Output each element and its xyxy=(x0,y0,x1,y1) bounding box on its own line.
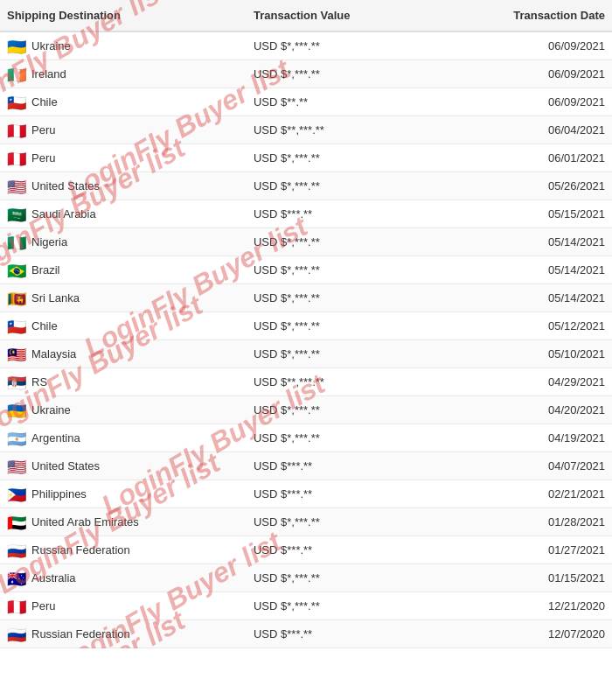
country-cell: 🇧🇷Brazil xyxy=(0,256,247,284)
transaction-date-cell: 05/12/2021 xyxy=(434,312,612,340)
transaction-date-cell: 12/21/2020 xyxy=(434,592,612,620)
transaction-value-cell: USD $*,***.** xyxy=(247,312,434,340)
table-container: Shipping Destination Transaction Value T… xyxy=(0,0,612,648)
table-row: 🇵🇪PeruUSD $**,***.**06/04/2021 xyxy=(0,116,612,144)
transaction-value-cell: USD $*,***.** xyxy=(247,340,434,368)
transaction-date-cell: 01/28/2021 xyxy=(434,508,612,536)
transaction-date-cell: 06/04/2021 xyxy=(434,116,612,144)
transaction-value-cell: USD $*,***.** xyxy=(247,564,434,592)
flag-icon: 🇦🇺 xyxy=(7,571,26,584)
transaction-value-cell: USD $***.** xyxy=(247,452,434,480)
country-cell: 🇷🇺Russian Federation xyxy=(0,620,247,648)
transaction-date-cell: 02/21/2021 xyxy=(434,480,612,508)
country-cell: 🇷🇸RS xyxy=(0,368,247,396)
country-name: Peru xyxy=(31,123,55,136)
transaction-date-cell: 05/26/2021 xyxy=(434,172,612,200)
transaction-value-cell: USD $*,***.** xyxy=(247,32,434,60)
transaction-date-cell: 06/01/2021 xyxy=(434,144,612,172)
table-row: 🇵🇪PeruUSD $*,***.**12/21/2020 xyxy=(0,592,612,620)
transaction-value-cell: USD $**.** xyxy=(247,88,434,116)
table-row: 🇧🇷BrazilUSD $*,***.**05/14/2021 xyxy=(0,256,612,284)
transaction-value-cell: USD $***.** xyxy=(247,536,434,564)
table-row: 🇷🇺Russian FederationUSD $***.**12/07/202… xyxy=(0,620,612,648)
flag-icon: 🇵🇪 xyxy=(7,123,26,136)
transaction-value-cell: USD $*,***.** xyxy=(247,60,434,88)
country-name: Chile xyxy=(31,319,58,332)
transaction-value-cell: USD $***.** xyxy=(247,200,434,228)
country-name: Argentina xyxy=(31,431,80,444)
table-row: 🇺🇦UkraineUSD $*,***.**06/09/2021 xyxy=(0,32,612,60)
country-name: Peru xyxy=(31,151,55,164)
country-name: Ireland xyxy=(31,67,66,80)
transaction-value-cell: USD $**,***.** xyxy=(247,368,434,396)
transaction-date-cell: 04/29/2021 xyxy=(434,368,612,396)
transaction-date-cell: 06/09/2021 xyxy=(434,32,612,60)
flag-icon: 🇦🇪 xyxy=(7,515,26,528)
country-cell: 🇺🇦Ukraine xyxy=(0,32,247,60)
flag-icon: 🇦🇷 xyxy=(7,431,26,444)
country-name: RS xyxy=(31,375,47,388)
transaction-date-cell: 05/14/2021 xyxy=(434,228,612,256)
flag-icon: 🇷🇺 xyxy=(7,627,26,640)
transaction-value-cell: USD $*,***.** xyxy=(247,508,434,536)
country-name: Saudi Arabia xyxy=(31,207,96,220)
transaction-value-cell: USD $***.** xyxy=(247,480,434,508)
country-name: Ukraine xyxy=(31,39,71,52)
table-row: 🇱🇰Sri LankaUSD $*,***.**05/14/2021 xyxy=(0,284,612,312)
flag-icon: 🇧🇷 xyxy=(7,263,26,276)
country-cell: 🇵🇪Peru xyxy=(0,116,247,144)
flag-icon: 🇵🇪 xyxy=(7,599,26,612)
transaction-date-cell: 12/07/2020 xyxy=(434,620,612,648)
table-row: 🇳🇬NigeriaUSD $*,***.**05/14/2021 xyxy=(0,228,612,256)
transaction-date-cell: 06/09/2021 xyxy=(434,88,612,116)
country-name: Ukraine xyxy=(31,403,71,416)
flag-icon: 🇺🇸 xyxy=(7,459,26,472)
header-transaction-date: Transaction Date xyxy=(434,0,612,32)
transaction-value-cell: USD $*,***.** xyxy=(247,144,434,172)
table-row: 🇺🇦UkraineUSD $*,***.**04/20/2021 xyxy=(0,396,612,424)
flag-icon: 🇲🇾 xyxy=(7,347,26,360)
flag-icon: 🇺🇦 xyxy=(7,403,26,416)
table-row: 🇵🇪PeruUSD $*,***.**06/01/2021 xyxy=(0,144,612,172)
flag-icon: 🇵🇪 xyxy=(7,151,26,164)
country-name: United States xyxy=(31,179,100,192)
country-cell: 🇺🇸United States xyxy=(0,452,247,480)
transaction-date-cell: 05/14/2021 xyxy=(434,284,612,312)
country-cell: 🇵🇭Philippines xyxy=(0,480,247,508)
country-name: Philippines xyxy=(31,487,87,500)
country-name: Brazil xyxy=(31,263,60,276)
table-row: 🇨🇱ChileUSD $*,***.**05/12/2021 xyxy=(0,312,612,340)
transaction-date-cell: 01/27/2021 xyxy=(434,536,612,564)
transaction-value-cell: USD $*,***.** xyxy=(247,424,434,452)
transactions-table: Shipping Destination Transaction Value T… xyxy=(0,0,612,648)
country-name: Russian Federation xyxy=(31,627,130,640)
transaction-value-cell: USD $*,***.** xyxy=(247,172,434,200)
table-row: 🇷🇸RSUSD $**,***.**04/29/2021 xyxy=(0,368,612,396)
country-cell: 🇦🇪United Arab Emirates xyxy=(0,508,247,536)
country-name: Peru xyxy=(31,599,55,612)
transaction-date-cell: 06/09/2021 xyxy=(434,60,612,88)
flag-icon: 🇨🇱 xyxy=(7,319,26,332)
flag-icon: 🇨🇱 xyxy=(7,95,26,108)
flag-icon: 🇺🇦 xyxy=(7,39,26,52)
table-row: 🇺🇸United StatesUSD $***.**04/07/2021 xyxy=(0,452,612,480)
country-name: Australia xyxy=(31,571,76,584)
flag-icon: 🇮🇪 xyxy=(7,67,26,80)
table-row: 🇦🇪United Arab EmiratesUSD $*,***.**01/28… xyxy=(0,508,612,536)
country-cell: 🇦🇷Argentina xyxy=(0,424,247,452)
country-cell: 🇨🇱Chile xyxy=(0,312,247,340)
transaction-date-cell: 04/19/2021 xyxy=(434,424,612,452)
table-row: 🇨🇱ChileUSD $**.**06/09/2021 xyxy=(0,88,612,116)
transaction-date-cell: 01/15/2021 xyxy=(434,564,612,592)
table-row: 🇵🇭PhilippinesUSD $***.**02/21/2021 xyxy=(0,480,612,508)
country-cell: 🇮🇪Ireland xyxy=(0,60,247,88)
table-row: 🇲🇾MalaysiaUSD $*,***.**05/10/2021 xyxy=(0,340,612,368)
transaction-value-cell: USD $*,***.** xyxy=(247,228,434,256)
flag-icon: 🇱🇰 xyxy=(7,291,26,304)
flag-icon: 🇵🇭 xyxy=(7,487,26,500)
country-cell: 🇵🇪Peru xyxy=(0,592,247,620)
table-row: 🇮🇪IrelandUSD $*,***.**06/09/2021 xyxy=(0,60,612,88)
table-row: 🇷🇺Russian FederationUSD $***.**01/27/202… xyxy=(0,536,612,564)
country-cell: 🇷🇺Russian Federation xyxy=(0,536,247,564)
header-transaction-value: Transaction Value xyxy=(247,0,434,32)
